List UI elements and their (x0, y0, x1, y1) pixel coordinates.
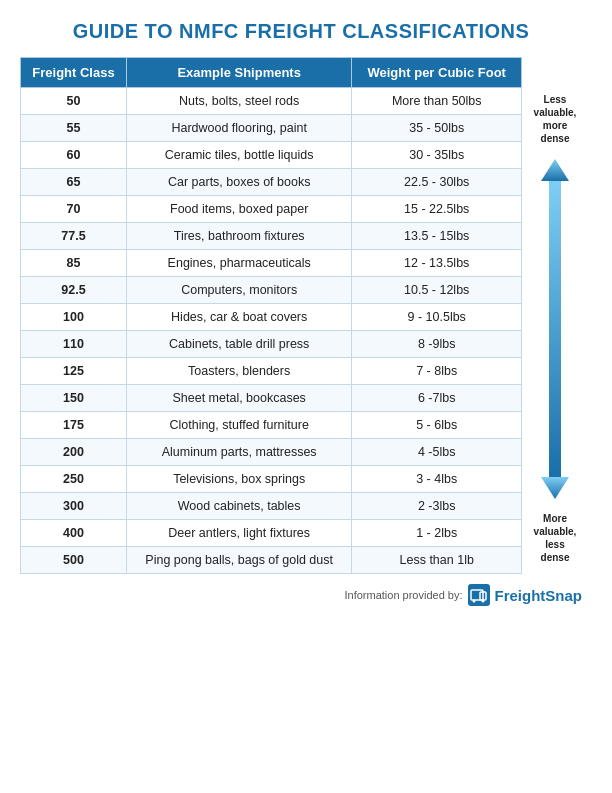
cell-class: 92.5 (21, 277, 127, 304)
col-header-examples: Example Shipments (126, 58, 351, 88)
freightsnap-logo: FreightSnap (468, 584, 582, 606)
cell-weight: 5 - 6lbs (352, 412, 522, 439)
cell-examples: Sheet metal, bookcases (126, 385, 351, 412)
provided-by-label: Information provided by: (344, 589, 462, 601)
freightsnap-text: FreightSnap (494, 587, 582, 604)
cell-weight: Less than 1lb (352, 547, 522, 574)
cell-class: 250 (21, 466, 127, 493)
svg-marker-0 (541, 159, 569, 181)
table-row: 250Televisions, box springs3 - 4lbs (21, 466, 522, 493)
cell-examples: Hides, car & boat covers (126, 304, 351, 331)
table-row: 77.5Tires, bathroom fixtures13.5 - 15lbs (21, 223, 522, 250)
table-row: 200Aluminum parts, mattresses4 -5lbs (21, 439, 522, 466)
cell-examples: Wood cabinets, tables (126, 493, 351, 520)
table-row: 92.5Computers, monitors10.5 - 12lbs (21, 277, 522, 304)
cell-class: 65 (21, 169, 127, 196)
col-header-weight: Weight per Cubic Foot (352, 58, 522, 88)
page-title: GUIDE TO NMFC FREIGHT CLASSIFICATIONS (20, 20, 582, 43)
cell-weight: 2 -3lbs (352, 493, 522, 520)
cell-class: 60 (21, 142, 127, 169)
cell-class: 100 (21, 304, 127, 331)
table-row: 125Toasters, blenders7 - 8lbs (21, 358, 522, 385)
cell-examples: Clothing, stuffed furniture (126, 412, 351, 439)
cell-class: 85 (21, 250, 127, 277)
table-row: 60Ceramic tiles, bottle liquids30 - 35lb… (21, 142, 522, 169)
cell-examples: Aluminum parts, mattresses (126, 439, 351, 466)
cell-examples: Food items, boxed paper (126, 196, 351, 223)
table-row: 70Food items, boxed paper15 - 22.5lbs (21, 196, 522, 223)
arrow-bottom-label: More valuable, less dense (534, 512, 577, 564)
cell-weight: 10.5 - 12lbs (352, 277, 522, 304)
freight-table-wrap: Freight Class Example Shipments Weight p… (20, 57, 522, 574)
cell-weight: 30 - 35lbs (352, 142, 522, 169)
cell-class: 300 (21, 493, 127, 520)
freight-table: Freight Class Example Shipments Weight p… (20, 57, 522, 574)
cell-examples: Televisions, box springs (126, 466, 351, 493)
cell-class: 500 (21, 547, 127, 574)
table-row: 55Hardwood flooring, paint35 - 50lbs (21, 115, 522, 142)
table-row: 65Car parts, boxes of books22.5 - 30lbs (21, 169, 522, 196)
cell-weight: 3 - 4lbs (352, 466, 522, 493)
arrow-top-label: Less valuable, more dense (534, 93, 577, 145)
cell-examples: Hardwood flooring, paint (126, 115, 351, 142)
table-row: 400Deer antlers, light fixtures1 - 2lbs (21, 520, 522, 547)
cell-weight: 15 - 22.5lbs (352, 196, 522, 223)
svg-point-5 (473, 600, 476, 603)
table-row: 50Nuts, bolts, steel rodsMore than 50lbs (21, 88, 522, 115)
col-header-class: Freight Class (21, 58, 127, 88)
table-row: 175Clothing, stuffed furniture5 - 6lbs (21, 412, 522, 439)
table-row: 85Engines, pharmaceuticals12 - 13.5lbs (21, 250, 522, 277)
cell-weight: 7 - 8lbs (352, 358, 522, 385)
cell-weight: More than 50lbs (352, 88, 522, 115)
cell-weight: 22.5 - 30lbs (352, 169, 522, 196)
cell-class: 110 (21, 331, 127, 358)
table-row: 300Wood cabinets, tables2 -3lbs (21, 493, 522, 520)
cell-examples: Ceramic tiles, bottle liquids (126, 142, 351, 169)
cell-examples: Cabinets, table drill press (126, 331, 351, 358)
cell-class: 175 (21, 412, 127, 439)
cell-examples: Car parts, boxes of books (126, 169, 351, 196)
cell-examples: Ping pong balls, bags of gold dust (126, 547, 351, 574)
cell-class: 55 (21, 115, 127, 142)
svg-point-6 (482, 600, 485, 603)
cell-weight: 13.5 - 15lbs (352, 223, 522, 250)
cell-class: 400 (21, 520, 127, 547)
table-row: 110Cabinets, table drill press8 -9lbs (21, 331, 522, 358)
cell-examples: Engines, pharmaceuticals (126, 250, 351, 277)
cell-weight: 12 - 13.5lbs (352, 250, 522, 277)
cell-weight: 9 - 10.5lbs (352, 304, 522, 331)
cell-class: 150 (21, 385, 127, 412)
cell-examples: Deer antlers, light fixtures (126, 520, 351, 547)
cell-examples: Computers, monitors (126, 277, 351, 304)
cell-examples: Tires, bathroom fixtures (126, 223, 351, 250)
cell-class: 70 (21, 196, 127, 223)
cell-examples: Nuts, bolts, steel rods (126, 88, 351, 115)
table-row: 500Ping pong balls, bags of gold dustLes… (21, 547, 522, 574)
cell-weight: 35 - 50lbs (352, 115, 522, 142)
freightsnap-logo-icon (468, 584, 490, 606)
cell-weight: 4 -5lbs (352, 439, 522, 466)
svg-rect-1 (549, 181, 561, 477)
cell-class: 125 (21, 358, 127, 385)
cell-examples: Toasters, blenders (126, 358, 351, 385)
cell-class: 77.5 (21, 223, 127, 250)
svg-marker-2 (541, 477, 569, 499)
cell-class: 200 (21, 439, 127, 466)
cell-class: 50 (21, 88, 127, 115)
table-row: 150Sheet metal, bookcases6 -7lbs (21, 385, 522, 412)
cell-weight: 1 - 2lbs (352, 520, 522, 547)
arrow-graphic (541, 145, 569, 512)
cell-weight: 8 -9lbs (352, 331, 522, 358)
density-arrow: Less valuable, more dense More valuable,… (522, 57, 582, 574)
cell-weight: 6 -7lbs (352, 385, 522, 412)
footer: Information provided by: FreightSnap (20, 584, 582, 606)
table-row: 100Hides, car & boat covers9 - 10.5lbs (21, 304, 522, 331)
